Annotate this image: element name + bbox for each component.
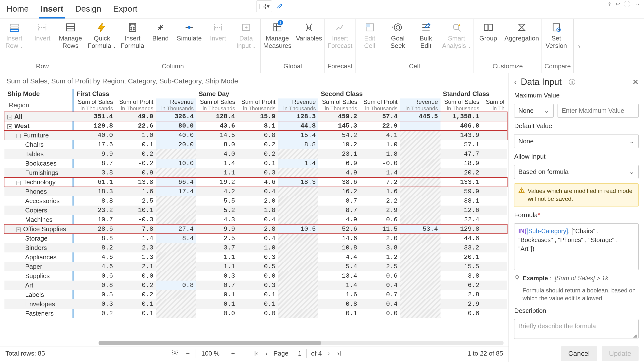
cell[interactable] xyxy=(482,177,507,187)
cell[interactable] xyxy=(278,281,318,290)
cell[interactable]: 80.0 xyxy=(156,121,196,130)
cell[interactable]: -0.3 xyxy=(116,215,156,224)
cell[interactable] xyxy=(156,196,196,206)
cell[interactable] xyxy=(482,243,507,252)
cell[interactable] xyxy=(156,215,196,224)
cell[interactable]: 8.4 xyxy=(156,234,196,243)
pin-icon[interactable]: ⫯ xyxy=(608,1,611,8)
cell[interactable] xyxy=(482,206,507,215)
cell[interactable]: 6.2 xyxy=(440,281,482,290)
table-row[interactable]: Furnishings3.80.91.10.34.91.420.2 xyxy=(4,168,507,177)
row-label[interactable]: Copiers xyxy=(4,206,72,215)
table-row[interactable]: Fasteners0.20.10.00.00.10.00.6 xyxy=(4,309,507,318)
col-header[interactable]: Revenuein Thousands xyxy=(400,98,440,112)
cell[interactable]: 0.0 xyxy=(116,271,156,281)
row-label[interactable]: Furnishings xyxy=(4,168,72,177)
cell[interactable]: 2.5 xyxy=(196,234,238,243)
cell[interactable]: 2.2 xyxy=(360,196,400,206)
cell[interactable]: 129.8 xyxy=(74,121,116,130)
cell[interactable]: 1.4 xyxy=(196,159,238,168)
cell[interactable] xyxy=(156,262,196,271)
cell[interactable]: 1.6 xyxy=(360,187,400,196)
cell[interactable]: 4.0 xyxy=(196,149,238,159)
cell[interactable]: 54.2 xyxy=(318,130,360,140)
row-label[interactable]: Appliances xyxy=(4,252,72,262)
cell[interactable]: 0.0 xyxy=(360,309,400,318)
cell[interactable] xyxy=(482,281,507,290)
cell[interactable]: 0.8 xyxy=(318,299,360,309)
table-row[interactable]: Phones18.31.617.44.20.416.21.659.9 xyxy=(4,187,507,196)
table-row[interactable]: −Furniture40.01.040.014.50.815.454.24.11… xyxy=(4,130,507,140)
cell[interactable]: 8.2 xyxy=(74,243,116,252)
ribbon-simulate-button[interactable]: Simulate xyxy=(177,22,202,50)
cell[interactable]: 0.2 xyxy=(74,309,116,318)
cell[interactable]: 66.4 xyxy=(156,177,196,187)
cell[interactable]: 20.1 xyxy=(440,252,482,262)
cell[interactable]: 0.9 xyxy=(116,168,156,177)
table-row[interactable]: Bookcases8.7-0.210.01.40.11.46.9-0.018.9 xyxy=(4,159,507,168)
max-value-type-dropdown[interactable]: None⌄ xyxy=(514,104,554,118)
cell[interactable]: 57.1 xyxy=(440,140,482,149)
col-header[interactable]: Sum of Profitin Thousands xyxy=(360,98,400,112)
cell[interactable]: 7.2 xyxy=(360,177,400,187)
cell[interactable] xyxy=(400,196,440,206)
cell[interactable]: 9.9 xyxy=(74,149,116,159)
ribbon-scroll-right[interactable]: › xyxy=(574,19,585,73)
cell[interactable]: 3.7 xyxy=(196,243,238,252)
cell[interactable]: 8.8 xyxy=(278,140,318,149)
cell[interactable]: 1.1 xyxy=(196,252,238,262)
panel-back-button[interactable]: ‹ xyxy=(514,78,517,87)
cell[interactable]: 0.3 xyxy=(238,252,278,262)
ribbon-group-button[interactable]: Group xyxy=(476,22,500,42)
cell[interactable] xyxy=(482,196,507,206)
col-header[interactable]: Sum of Salesin Thousands xyxy=(74,98,116,112)
cell[interactable]: 4.3 xyxy=(196,215,238,224)
zoom-in-button[interactable]: + xyxy=(230,349,236,358)
col-header[interactable]: Sum ofin Th xyxy=(482,98,507,112)
cell[interactable] xyxy=(400,262,440,271)
cell[interactable]: 0.3 xyxy=(196,271,238,281)
cell[interactable]: 18.3 xyxy=(278,177,318,187)
cell[interactable]: 0.1 xyxy=(318,309,360,318)
cell[interactable] xyxy=(156,290,196,299)
cell[interactable]: 8.7 xyxy=(318,206,360,215)
cell[interactable]: 1.4 xyxy=(318,281,360,290)
cell[interactable]: 2.0 xyxy=(360,234,400,243)
cell[interactable]: 20.2 xyxy=(440,168,482,177)
cell[interactable]: 47.7 xyxy=(440,149,482,159)
max-value-input[interactable] xyxy=(558,104,638,118)
cell[interactable]: 0.3 xyxy=(238,168,278,177)
cell[interactable]: 3.8 xyxy=(360,243,400,252)
row-label[interactable]: −Office Supplies xyxy=(4,224,72,234)
col-header[interactable]: Revenuein Thousands xyxy=(278,98,318,112)
cell[interactable]: 22.6 xyxy=(116,121,156,130)
cell[interactable] xyxy=(400,234,440,243)
cell[interactable]: 0.2 xyxy=(238,149,278,159)
cell[interactable]: 40.0 xyxy=(74,130,116,140)
cell[interactable]: 2.1 xyxy=(116,262,156,271)
cell[interactable]: 129.8 xyxy=(440,224,482,234)
cell[interactable] xyxy=(156,309,196,318)
cell[interactable] xyxy=(278,206,318,215)
cell[interactable]: 5.2 xyxy=(196,206,238,215)
cell[interactable]: 0.1 xyxy=(238,159,278,168)
cell[interactable] xyxy=(278,234,318,243)
cell[interactable]: 0.2 xyxy=(116,281,156,290)
table-row[interactable]: Appliances4.61.31.10.34.41.220.1 xyxy=(4,252,507,262)
cell[interactable] xyxy=(482,130,507,140)
cell[interactable]: 10.0 xyxy=(156,159,196,168)
row-label[interactable]: Fasteners xyxy=(4,309,72,318)
cell[interactable] xyxy=(400,299,440,309)
edit-pencil-icon[interactable] xyxy=(277,2,284,10)
cell[interactable]: 10.8 xyxy=(318,243,360,252)
last-page-button[interactable]: ›I xyxy=(336,349,343,358)
cell[interactable]: 406.8 xyxy=(440,121,482,130)
cell[interactable]: 18.3 xyxy=(74,187,116,196)
cell[interactable]: 33.2 xyxy=(440,243,482,252)
cell[interactable]: 8.0 xyxy=(196,140,238,149)
cell[interactable] xyxy=(482,215,507,224)
ribbon-bulk-edit-button[interactable]: BulkEdit xyxy=(414,22,438,50)
layout-mode-button[interactable]: ▾ xyxy=(256,1,272,12)
cell[interactable]: 8.1 xyxy=(238,121,278,130)
col-header[interactable]: Revenuein Thousands xyxy=(156,98,196,112)
